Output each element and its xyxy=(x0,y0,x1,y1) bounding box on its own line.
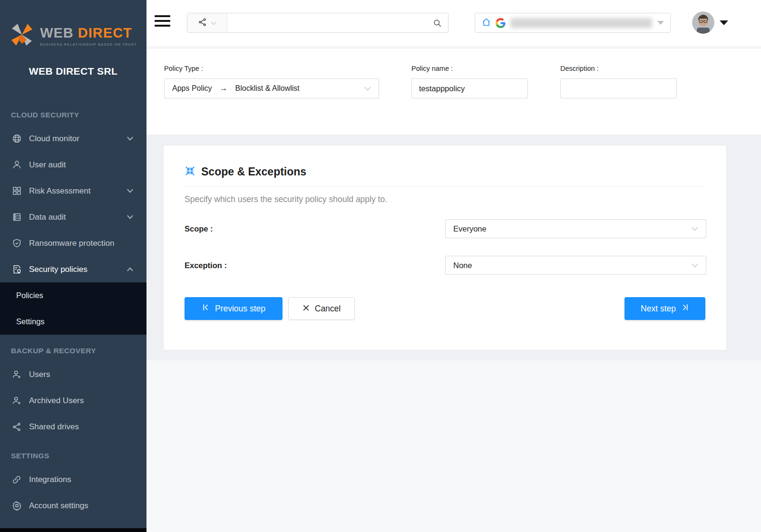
sidebar-item-users[interactable]: Users xyxy=(0,361,146,387)
sidebar-item-integrations[interactable]: Integrations xyxy=(0,466,146,493)
chevron-down-icon xyxy=(692,227,698,231)
google-g-icon xyxy=(496,18,506,28)
topbar xyxy=(146,0,761,46)
previous-step-button[interactable]: Previous step xyxy=(185,297,283,320)
submenu-item-settings[interactable]: Settings xyxy=(0,309,146,335)
main-area: Policy Type : Policy name : Description … xyxy=(146,0,761,532)
sidebar-item-security-policies[interactable]: Security policies xyxy=(0,256,146,282)
share-icon xyxy=(11,422,22,432)
sidebar-item-label: Shared drives xyxy=(29,422,79,432)
scope-value: Everyone xyxy=(453,224,487,233)
sidebar-item-label: Archived Users xyxy=(29,396,84,406)
brand-block: WEB DIRECT BUSINESS RELATIONSHIP BASED O… xyxy=(0,0,146,77)
sidebar-item-label: Data audit xyxy=(29,213,66,222)
sidebar-item-ransomware-protection[interactable]: Ransomware protection xyxy=(0,230,146,256)
link-icon xyxy=(11,474,22,485)
sidebar-bottom-strip xyxy=(0,528,146,532)
user-add-icon xyxy=(11,396,22,406)
pinwheel-logo-icon xyxy=(10,19,34,52)
chevron-down-icon xyxy=(211,19,216,27)
search-group xyxy=(187,13,449,33)
content-area: Scope & Exceptions Specify which users t… xyxy=(146,135,761,360)
hamburger-icon[interactable] xyxy=(155,15,170,27)
scope-exceptions-card: Scope & Exceptions Specify which users t… xyxy=(163,145,727,350)
sidebar-item-cloud-monitor[interactable]: Cloud monitor xyxy=(0,126,146,152)
file-shield-icon xyxy=(11,264,22,275)
chevron-up-icon xyxy=(127,267,133,271)
policy-name-input[interactable] xyxy=(411,78,528,98)
shield-check-icon xyxy=(11,238,22,249)
sidebar-item-label: Integrations xyxy=(29,475,71,484)
policy-type-left: Apps Policy xyxy=(172,84,212,93)
globe-icon xyxy=(11,134,22,144)
sidebar-item-label: User audit xyxy=(29,160,66,170)
user-icon xyxy=(11,160,22,170)
sidebar-item-data-audit[interactable]: Data audit xyxy=(0,204,146,230)
chevron-down-icon xyxy=(692,263,698,268)
cancel-label: Cancel xyxy=(315,304,341,314)
scope-select[interactable]: Everyone xyxy=(445,219,706,238)
card-subtitle: Specify which users the security policy … xyxy=(185,194,705,204)
sidebar-item-label: Security policies xyxy=(29,265,88,274)
card-title: Scope & Exceptions xyxy=(201,165,306,178)
sidebar-item-user-audit[interactable]: User audit xyxy=(0,152,146,178)
section-title-backup-recovery: BACKUP & RECOVERY xyxy=(0,340,146,361)
previous-step-label: Previous step xyxy=(215,304,265,314)
brand-tagline: BUSINESS RELATIONSHIP BASED ON TRUST xyxy=(40,42,137,47)
scope-field: Scope : Everyone xyxy=(185,219,705,238)
user-menu-caret-icon[interactable] xyxy=(720,20,728,25)
sidebar-item-shared-drives[interactable]: Shared drives xyxy=(0,414,146,440)
exception-value: None xyxy=(453,261,472,270)
chevron-down-icon xyxy=(127,136,133,141)
exception-label: Exception : xyxy=(185,261,227,270)
share-icon xyxy=(198,18,207,29)
close-icon xyxy=(302,304,310,314)
security-policies-submenu: Policies Settings xyxy=(0,282,146,335)
organization-name: WEB DIRECT SRL xyxy=(29,66,117,77)
database-icon xyxy=(11,212,22,222)
avatar[interactable] xyxy=(692,11,714,34)
chevron-down-icon xyxy=(127,215,133,219)
sidebar-item-risk-assessment[interactable]: Risk Assessment xyxy=(0,178,146,204)
arrow-right-icon: → xyxy=(220,84,228,93)
policy-type-label: Policy Type : xyxy=(164,65,203,72)
sidebar: WEB DIRECT BUSINESS RELATIONSHIP BASED O… xyxy=(0,0,146,532)
description-label: Description : xyxy=(560,65,599,72)
domain-selector[interactable] xyxy=(475,13,671,33)
home-icon xyxy=(481,17,491,29)
section-title-cloud-security: CLOUD SECURITY xyxy=(0,105,146,126)
cancel-button[interactable]: Cancel xyxy=(288,297,355,320)
search-icon[interactable] xyxy=(433,13,442,32)
sidebar-nav: CLOUD SECURITY Cloud monitor User audit … xyxy=(0,105,146,519)
gear-icon xyxy=(11,501,22,511)
section-title-settings: SETTINGS xyxy=(0,445,146,466)
sidebar-item-account-settings[interactable]: Account settings xyxy=(0,493,146,519)
description-input[interactable] xyxy=(560,78,677,98)
collapse-icon xyxy=(185,165,195,178)
sidebar-item-label: Account settings xyxy=(29,501,88,511)
sidebar-item-archived-users[interactable]: Archived Users xyxy=(0,387,146,414)
search-input[interactable] xyxy=(227,13,433,32)
grid-icon xyxy=(11,186,22,196)
policy-type-select[interactable]: Apps Policy → Blocklist & Allowlist xyxy=(164,78,379,98)
step-forward-icon xyxy=(681,303,689,314)
next-step-button[interactable]: Next step xyxy=(624,297,705,320)
submenu-item-policies[interactable]: Policies xyxy=(0,282,146,309)
logo-wordmark: WEB DIRECT xyxy=(40,25,137,41)
sidebar-item-label: Risk Assessment xyxy=(29,186,90,196)
search-category-dropdown[interactable] xyxy=(187,13,227,32)
chevron-down-icon xyxy=(127,189,133,193)
exception-select[interactable]: None xyxy=(445,256,706,275)
scope-label: Scope : xyxy=(185,224,213,233)
user-add-icon xyxy=(11,369,22,380)
policy-name-label: Policy name : xyxy=(411,65,453,72)
step-backward-icon xyxy=(202,303,210,314)
policy-type-right: Blocklist & Allowlist xyxy=(235,84,300,93)
card-divider xyxy=(185,186,705,187)
sidebar-item-label: Ransomware protection xyxy=(29,239,115,248)
caret-down-icon xyxy=(657,21,664,25)
exception-field: Exception : None xyxy=(185,256,705,275)
sidebar-item-label: Users xyxy=(29,370,50,379)
domain-name-redacted xyxy=(510,18,652,28)
chevron-down-icon xyxy=(364,87,371,91)
